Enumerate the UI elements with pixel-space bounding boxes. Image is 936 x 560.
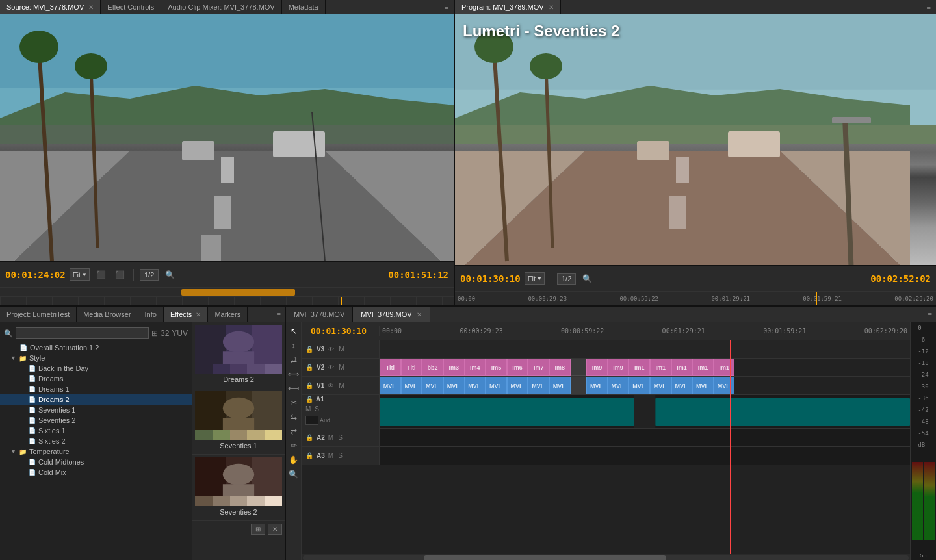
v1-clip-mvib[interactable]: MVI_: [608, 377, 629, 394]
tab-source-mov[interactable]: Source: MVI_3778.MOV ✕: [0, 0, 101, 14]
clip-titl1[interactable]: Titl: [380, 359, 401, 376]
v1-clip-mvif[interactable]: MVI_: [692, 377, 714, 394]
timeline-panel-menu[interactable]: ≡: [924, 311, 936, 318]
tree-item-seventies2[interactable]: 📄 Seventies 2: [0, 415, 192, 426]
clip-im1c[interactable]: Im1: [671, 359, 693, 376]
tab-effect-controls[interactable]: Effect Controls: [101, 0, 161, 14]
v1-clip-mvic[interactable]: MVI_: [629, 377, 650, 394]
scrollbar-thumb[interactable]: [424, 555, 666, 561]
v1-clip-mvi7[interactable]: MVI_: [507, 377, 528, 394]
clip-im5[interactable]: Im5: [486, 359, 507, 376]
preset-card-seventies1[interactable]: Seventies 1: [192, 388, 285, 455]
v1-clip-mvi2[interactable]: MVI_: [401, 377, 422, 394]
a2-lock-btn[interactable]: 🔒: [304, 433, 315, 442]
v1-mute-btn[interactable]: M: [337, 381, 345, 390]
v3-vis-btn[interactable]: 👁: [326, 345, 335, 353]
source-monitor-menu[interactable]: ≡: [439, 3, 454, 11]
v1-clip-mvid[interactable]: MVI_: [650, 377, 671, 394]
source-mark-out-btn[interactable]: ⬛: [112, 269, 127, 281]
preset-card-dreams2[interactable]: Dreams 2: [192, 322, 285, 388]
selection-tool-btn[interactable]: ↖: [287, 325, 300, 338]
clip-im1b[interactable]: Im1: [650, 359, 671, 376]
v2-mute-btn[interactable]: M: [337, 363, 345, 372]
tab-media-browser[interactable]: Media Browser: [77, 307, 138, 322]
tab-audio-clip-mixer[interactable]: Audio Clip Mixer: MVI_3778.MOV: [161, 0, 281, 14]
v1-clip-mvi3[interactable]: MVI_: [422, 377, 443, 394]
effects-yuvbtn[interactable]: YUV: [172, 329, 188, 338]
a1-lock-btn[interactable]: 🔒: [304, 395, 315, 403]
v1-clip-mvia[interactable]: MVI_: [586, 377, 608, 394]
tab-effects[interactable]: Effects ✕: [164, 307, 209, 322]
v1-clip-mvi8[interactable]: MVI_: [528, 377, 549, 394]
tab-timeline-mvi3778[interactable]: MVI_3778.MOV: [286, 307, 353, 322]
timeline-scrollbar[interactable]: [302, 554, 910, 560]
v3-mute-btn[interactable]: M: [337, 345, 345, 353]
a3-solo-btn[interactable]: S: [337, 452, 344, 460]
tab-markers[interactable]: Markers: [208, 307, 248, 322]
tree-item-dreams[interactable]: 📄 Dreams: [0, 374, 192, 384]
a1-mute-btn[interactable]: M: [304, 405, 312, 413]
source-zoom-btn[interactable]: 🔍: [162, 269, 177, 281]
close-source-tab[interactable]: ✕: [88, 4, 94, 11]
left-panel-menu[interactable]: ≡: [273, 311, 285, 318]
effects-32bit-btn[interactable]: 32: [161, 329, 169, 338]
v2-vis-btn[interactable]: 👁: [326, 363, 335, 372]
clip-im3[interactable]: Im3: [443, 359, 465, 376]
tree-item-dreams1[interactable]: 📄 Dreams 1: [0, 384, 192, 394]
source-fit-dropdown[interactable]: Fit ▾: [70, 268, 90, 281]
tree-item-sixties2[interactable]: 📄 Sixties 2: [0, 436, 192, 446]
new-preset-btn[interactable]: ⊞: [251, 524, 265, 535]
source-zoom-thumb[interactable]: [181, 289, 295, 296]
slip-btn[interactable]: ⇆: [287, 411, 300, 424]
rate-stretch-btn[interactable]: ⟻: [287, 382, 300, 395]
ripple-edit-btn[interactable]: ⇄: [287, 353, 300, 366]
program-fit-dropdown[interactable]: Fit ▾: [525, 272, 545, 285]
pen-btn[interactable]: ✏: [287, 439, 300, 452]
tree-item-dreams2[interactable]: 📄 Dreams 2: [0, 394, 192, 405]
tree-item-back-in-the-day[interactable]: 📄 Back in the Day: [0, 363, 192, 374]
clip-im1a[interactable]: Im1: [629, 359, 650, 376]
a1-solo-btn[interactable]: S: [313, 405, 320, 413]
tab-metadata[interactable]: Metadata: [282, 0, 326, 14]
program-monitor-menu[interactable]: ≡: [922, 3, 936, 11]
a3-mute-btn[interactable]: M: [327, 452, 335, 460]
clip-bb2[interactable]: bb2: [422, 359, 443, 376]
tab-project[interactable]: Project: LumetriTest: [0, 307, 77, 322]
delete-preset-btn[interactable]: ✕: [268, 524, 282, 535]
tab-program-mov[interactable]: Program: MVI_3789.MOV ✕: [455, 0, 561, 14]
v3-lock-btn[interactable]: 🔒: [304, 345, 315, 353]
source-mark-in-btn[interactable]: ⬛: [94, 269, 109, 281]
program-zoom-btn[interactable]: 🔍: [580, 273, 595, 285]
clip-im6[interactable]: Im6: [507, 359, 528, 376]
tab-info[interactable]: Info: [138, 307, 164, 322]
clip-im1e[interactable]: Im1: [714, 359, 735, 376]
v1-clip-mvi4[interactable]: MVI_: [443, 377, 465, 394]
effects-search-input[interactable]: [16, 327, 149, 339]
razor-btn[interactable]: ✂: [287, 396, 300, 409]
tree-item-overall-saturation[interactable]: 📄 Overall Saturation 1.2: [0, 342, 192, 353]
zoom-tool-btn[interactable]: 🔍: [287, 468, 300, 481]
v1-clip-mvi5[interactable]: MVI_: [465, 377, 486, 394]
preset-card-seventies2[interactable]: Seventies 2: [192, 455, 285, 521]
clip-titl2[interactable]: Titl: [401, 359, 422, 376]
clip-im9b[interactable]: Im9: [608, 359, 629, 376]
v1-clip-mvig[interactable]: MVI_: [714, 377, 735, 394]
clip-im1d[interactable]: Im1: [692, 359, 714, 376]
tree-item-seventies1[interactable]: 📄 Seventies 1: [0, 405, 192, 415]
clip-im4[interactable]: Im4: [465, 359, 486, 376]
v1-clip-mvi6[interactable]: MVI_: [486, 377, 507, 394]
v2-lock-btn[interactable]: 🔒: [304, 363, 315, 372]
close-program-tab[interactable]: ✕: [549, 4, 554, 11]
track-select-btn[interactable]: ↕: [287, 339, 300, 352]
tree-folder-temperature[interactable]: ▼ 📁 Temperature: [0, 446, 192, 457]
close-timeline-tab[interactable]: ✕: [417, 311, 422, 318]
tree-folder-style[interactable]: ▼ 📁 Style: [0, 353, 192, 363]
a2-solo-btn[interactable]: S: [337, 433, 344, 442]
clip-im8[interactable]: Im8: [549, 359, 571, 376]
v1-clip-mvi1[interactable]: MVI_: [380, 377, 401, 394]
tree-item-sixties1[interactable]: 📄 Sixties 1: [0, 426, 192, 436]
hand-btn[interactable]: ✋: [287, 453, 300, 466]
tab-timeline-mvi3789[interactable]: MVI_3789.MOV ✕: [353, 307, 430, 322]
tree-item-cold-mix[interactable]: 📄 Cold Mix: [0, 467, 192, 477]
v1-lock-btn[interactable]: 🔒: [304, 381, 315, 390]
